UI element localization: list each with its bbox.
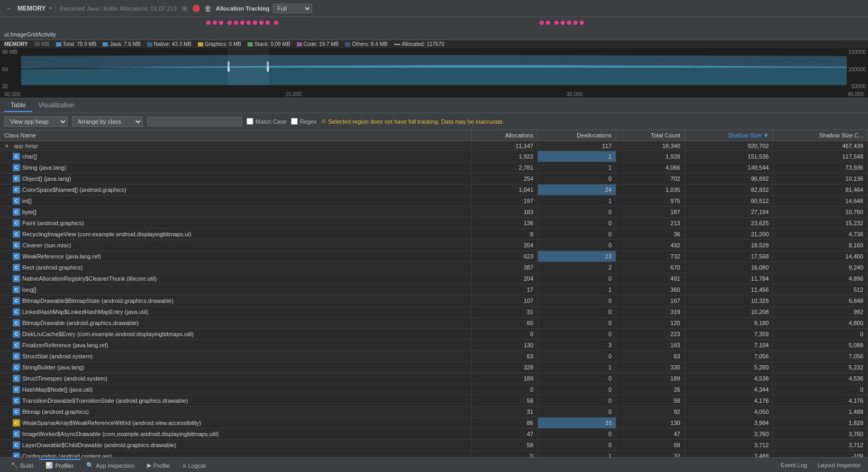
dealloc-cell: 0 bbox=[538, 429, 616, 440]
col-total-count[interactable]: Total Count bbox=[616, 130, 685, 141]
col-shallow-size[interactable]: Shallow Size ▼ bbox=[684, 130, 773, 141]
right-y-axis: 150000 100000 50000 bbox=[831, 48, 868, 90]
table-row[interactable]: CWeakSparseArray$WeakReferenceWithId (an… bbox=[0, 418, 868, 429]
allocation-tracking-dropdown[interactable]: Full Sampled None bbox=[273, 4, 312, 13]
total-cell: 1,928 bbox=[616, 151, 685, 162]
table-row[interactable]: ▼app heap11,14711718,340920,702467,439 bbox=[0, 141, 868, 151]
class-name-cell: CBitmapDrawable (android.graphics.drawab… bbox=[0, 318, 472, 329]
table-row[interactable]: CWeakReference (java.lang.ref)6232373217… bbox=[0, 251, 868, 262]
arrange-selector[interactable]: Arrange by class Arrange by package Arra… bbox=[72, 116, 143, 127]
table-row[interactable]: Clong[]17136011,456512 bbox=[0, 284, 868, 295]
class-icon: C bbox=[13, 297, 20, 304]
table-row[interactable]: CColorSpace$Named[] (android.graphics)1,… bbox=[0, 184, 868, 196]
tab-table[interactable]: Table bbox=[4, 99, 32, 112]
bottom-right-area: Event Log Layout Inspector bbox=[778, 461, 864, 469]
profiler-label: Profiler bbox=[55, 462, 74, 469]
class-name-text: ImageWorker$AsyncDrawable (com.example.a… bbox=[22, 431, 219, 437]
logcat-label: Logcat bbox=[188, 462, 206, 469]
total-cell: 492 bbox=[616, 240, 685, 251]
heap-shallow: 920,702 bbox=[684, 141, 773, 151]
table-row[interactable]: CStringBuilder (java.lang)32813305,2805,… bbox=[0, 362, 868, 373]
layout-inspector-button[interactable]: Layout Inspector bbox=[815, 461, 864, 469]
class-name-text: Object[] (java.lang) bbox=[22, 175, 71, 182]
table-row[interactable]: CString (java.lang)2,78114,066149,54473,… bbox=[0, 162, 868, 173]
table-row[interactable]: CFinalizerReference (java.lang.ref)13031… bbox=[0, 340, 868, 351]
tab-app-inspection[interactable]: 🔍 App Inspection bbox=[80, 459, 141, 471]
table-row[interactable]: Cint[]197197560,51214,648 bbox=[0, 196, 868, 207]
table-row[interactable]: CLayerDrawable$ChildDrawable (android.gr… bbox=[0, 440, 868, 451]
table-row[interactable]: CRect (android.graphics)387267016,0809,2… bbox=[0, 262, 868, 273]
tabs-row: Table Visualization bbox=[0, 98, 868, 113]
shallow-cell: 3,488 bbox=[684, 451, 773, 458]
dealloc-cell: 23 bbox=[538, 251, 616, 262]
table-row[interactable]: CCleaner (sun.misc)204049218,5288,160 bbox=[0, 240, 868, 251]
dot-r2 bbox=[546, 21, 550, 25]
table-row[interactable]: CStructTimespec (android.system)18901894… bbox=[0, 373, 868, 384]
x-label-15: 15.000 bbox=[285, 91, 301, 97]
tab-logcat[interactable]: ≡ Logcat bbox=[176, 459, 212, 471]
right-label-150k: 150000 bbox=[833, 49, 866, 55]
table-row[interactable]: CImageWorker$AsyncDrawable (com.example.… bbox=[0, 429, 868, 440]
table-row[interactable]: CStructStat (android.system)630637,0567,… bbox=[0, 351, 868, 362]
table-row[interactable]: CTransitionDrawable$TransitionState (and… bbox=[0, 395, 868, 406]
dot-8 bbox=[253, 21, 257, 25]
class-name-text: String (java.lang) bbox=[22, 164, 66, 171]
dot-r7 bbox=[580, 21, 584, 25]
col-deallocations[interactable]: Deallocations bbox=[538, 130, 616, 141]
tab-build[interactable]: 🔨 Build bbox=[4, 459, 39, 471]
search-input[interactable] bbox=[147, 117, 242, 126]
col-shallow-size-c[interactable]: Shallow Size C... bbox=[773, 130, 868, 141]
total-cell: 732 bbox=[616, 251, 685, 262]
col-class-name[interactable]: Class Name bbox=[0, 130, 472, 141]
regex-label[interactable]: Regex bbox=[291, 118, 317, 125]
class-name-text: BitmapDrawable (android.graphics.drawabl… bbox=[22, 320, 139, 326]
table-row[interactable]: CDiskLruCache$Entry (com.example.android… bbox=[0, 329, 868, 340]
shallow_c-cell: 1,828 bbox=[773, 418, 868, 429]
class-name-text: TransitionDrawable$TransitionState (andr… bbox=[22, 397, 188, 404]
app-inspection-icon: 🔍 bbox=[86, 462, 94, 469]
table-row[interactable]: CLinkedHashMap$LinkedHashMapEntry (java.… bbox=[0, 307, 868, 318]
table-row[interactable]: CPaint (android.graphics)136021323,62515… bbox=[0, 218, 868, 229]
tab-profiler[interactable]: 📊 Profiler bbox=[39, 459, 80, 471]
alloc-cell: 0 bbox=[472, 329, 538, 340]
shallow_c-cell: 3,760 bbox=[773, 429, 868, 440]
tab-visualization[interactable]: Visualization bbox=[32, 99, 80, 112]
legend-code-label: Code: 19.7 MB bbox=[304, 41, 339, 47]
heap-selector[interactable]: View app heap View JNI heap View native … bbox=[4, 116, 68, 127]
table-row[interactable]: CBitmapDrawable (android.graphics.drawab… bbox=[0, 318, 868, 329]
table-row[interactable]: Cchar[]1,92211,928151,536117,548 bbox=[0, 151, 868, 162]
dealloc-cell: 0 bbox=[538, 329, 616, 340]
table-row[interactable]: CRecyclingImageView (com.example.android… bbox=[0, 229, 868, 240]
alloc-cell: 0 bbox=[472, 384, 538, 395]
table-row[interactable]: CHashMap$Node[] (java.util)00264,3440 bbox=[0, 384, 868, 395]
class-name-cell: CStructTimespec (android.system) bbox=[0, 373, 472, 384]
table-row[interactable]: Cbyte[]183018727,19410,760 bbox=[0, 207, 868, 218]
col-allocations[interactable]: Allocations bbox=[472, 130, 538, 141]
match-case-label[interactable]: Match Case bbox=[246, 118, 287, 125]
regex-checkbox[interactable] bbox=[291, 118, 298, 125]
total-cell: 167 bbox=[616, 295, 685, 307]
class-name-cell: CString (java.lang) bbox=[0, 162, 472, 173]
shallow-cell: 16,080 bbox=[684, 262, 773, 273]
tab-profile[interactable]: ▶ Profile bbox=[141, 459, 176, 471]
table-row[interactable]: CObject[] (java.lang)254070296,69210,136 bbox=[0, 173, 868, 184]
shallow-cell: 21,200 bbox=[684, 229, 773, 240]
class-name-cell: CPaint (android.graphics) bbox=[0, 218, 472, 229]
heap-expand-icon[interactable]: ▼ bbox=[4, 143, 10, 149]
class-name-cell: CWeakReference (java.lang.ref) bbox=[0, 251, 472, 262]
table-row[interactable]: CConfiguration (android.content.res)0132… bbox=[0, 451, 868, 458]
match-case-checkbox[interactable] bbox=[246, 118, 253, 125]
table-row[interactable]: CNativeAllocationRegistry$CleanerThunk (… bbox=[0, 273, 868, 284]
table-row[interactable]: CBitmapDrawable$BitmapState (android.gra… bbox=[0, 295, 868, 307]
table-row[interactable]: CBitmap (android.graphics)310924,0501,48… bbox=[0, 406, 868, 418]
event-log-button[interactable]: Event Log bbox=[778, 461, 810, 469]
filter-row: View app heap View JNI heap View native … bbox=[0, 113, 868, 130]
back-button[interactable]: ← bbox=[4, 4, 14, 13]
x-label-0: 00.000 bbox=[4, 91, 21, 97]
alloc-cell: 2,781 bbox=[472, 162, 538, 173]
legend-stack: Stack: 0.09 MB bbox=[248, 41, 290, 47]
table-container[interactable]: Class Name Allocations Deallocations Tot… bbox=[0, 130, 868, 457]
record-button[interactable] bbox=[193, 5, 200, 12]
shallow_c-cell: 1,488 bbox=[773, 406, 868, 418]
trash-button[interactable]: 🗑 bbox=[203, 3, 213, 14]
